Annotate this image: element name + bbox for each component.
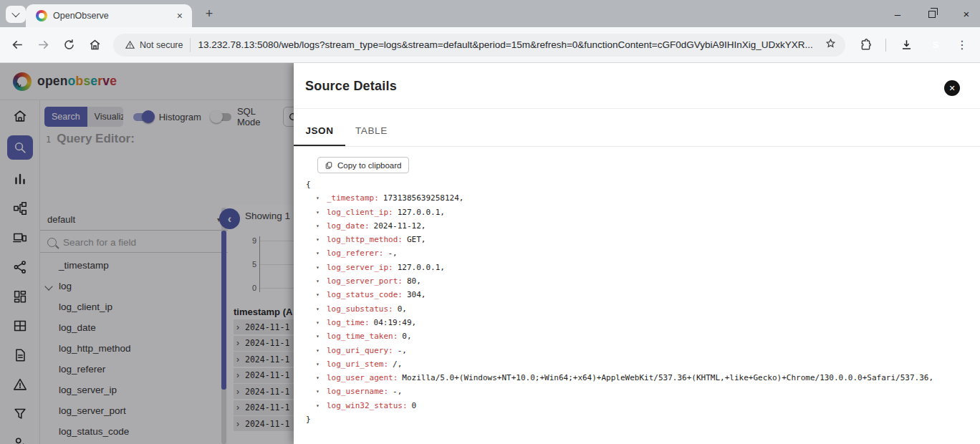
field-item-log_server_port[interactable]: log_server_port (40, 400, 228, 421)
field-search-box[interactable]: Search for a field (40, 232, 228, 253)
rail-search-icon[interactable] (7, 135, 33, 160)
not-secure-badge[interactable]: Not secure (122, 38, 191, 52)
rail-pipelines-icon[interactable] (7, 198, 33, 218)
tab-json[interactable]: JSON (294, 115, 345, 146)
field-list-scrollbar-thumb[interactable] (221, 231, 226, 390)
toggle-track (133, 113, 153, 121)
json-caret-icon[interactable]: ▾ (316, 246, 327, 260)
json-caret-icon[interactable]: ▾ (316, 399, 327, 412)
sql-mode-toggle[interactable] (211, 113, 231, 121)
json-value: -, (388, 246, 397, 260)
search-mode-button[interactable]: Search (44, 107, 87, 127)
expand-row-icon[interactable]: › (236, 322, 239, 332)
downloads-icon[interactable] (898, 37, 915, 54)
new-tab-button[interactable]: + (201, 6, 218, 22)
field-item-log_server_ip[interactable]: log_server_ip (40, 380, 228, 400)
expand-row-icon[interactable]: › (236, 370, 239, 380)
field-item-_timestamp[interactable]: _timestamp (40, 255, 228, 276)
json-value: 127.0.0.1, (398, 261, 445, 274)
rail-traces-icon[interactable] (7, 257, 33, 277)
row-timestamp: 2024-11-1 (245, 387, 289, 397)
histogram-toggle[interactable] (133, 113, 153, 121)
back-button[interactable] (9, 37, 26, 54)
rail-rum-icon[interactable] (7, 228, 33, 248)
copy-to-clipboard-button[interactable]: Copy to clipboard (317, 157, 409, 173)
tab-close-icon[interactable]: × (175, 10, 185, 21)
expand-row-icon[interactable]: › (236, 354, 239, 365)
json-caret-icon[interactable]: ▾ (316, 385, 327, 398)
y-tick: 5 (231, 260, 256, 269)
json-caret-icon[interactable]: ▾ (316, 191, 327, 205)
expand-row-icon[interactable]: › (236, 387, 239, 397)
window-close-button[interactable]: × (960, 8, 973, 20)
rail-alerts-icon[interactable] (7, 375, 33, 395)
rail-reports-icon[interactable] (7, 345, 33, 365)
json-caret-icon[interactable]: ▾ (316, 371, 327, 385)
json-key: log_status_code: (327, 288, 403, 301)
field-list-scrollbar-track[interactable] (221, 208, 226, 444)
json-entry-log_time_taken: ▾log_time_taken:0, (306, 329, 972, 343)
restore-button[interactable] (926, 8, 938, 20)
home-button[interactable] (86, 37, 103, 54)
json-caret-icon[interactable]: ▾ (316, 302, 327, 316)
visualize-mode-button[interactable]: Visualize (87, 107, 123, 127)
address-bar[interactable]: Not secure 13.232.78.13:5080/web/logs?st… (113, 34, 845, 57)
rail-home-icon[interactable] (7, 106, 33, 126)
bookmark-star-icon[interactable] (825, 37, 837, 52)
json-value: 2024-11-12, (374, 219, 426, 233)
collapse-panel-button[interactable]: ‹ (219, 208, 240, 229)
rail-functions-icon[interactable] (7, 404, 33, 424)
panel-close-button[interactable]: ✕ (944, 80, 960, 96)
browser-tab[interactable]: OpenObserve × (26, 4, 192, 27)
rail-iam-icon[interactable] (7, 433, 33, 444)
json-value: 304, (407, 288, 426, 301)
field-item-log_status_code[interactable]: log_status_code (40, 421, 228, 442)
expand-row-icon[interactable]: › (236, 402, 239, 412)
tab-search-button[interactable] (6, 6, 26, 23)
json-caret-icon[interactable]: ▾ (316, 233, 327, 246)
json-caret-icon[interactable]: ▾ (316, 344, 327, 357)
query-editor-line[interactable]: 1 Query Editor: (46, 132, 135, 146)
json-caret-icon[interactable]: ▾ (316, 329, 327, 343)
mode-segmented-control: Search Visualize (44, 107, 123, 127)
chevron-down-icon[interactable] (44, 282, 52, 290)
logs-content: Search Visualize Histogram SQL Mode 1 Qu… (40, 100, 294, 444)
json-caret-icon[interactable]: ▾ (316, 219, 327, 233)
reload-button[interactable] (60, 37, 77, 54)
rail-streams-icon[interactable] (7, 316, 33, 336)
json-caret-icon[interactable]: ▾ (316, 316, 327, 329)
field-item-log[interactable]: log (40, 276, 228, 296)
results-area: Showing 1 9 5 0 timestamp (A ›2024-11-1›… (228, 205, 294, 444)
stream-select[interactable]: default ▾ (40, 209, 228, 231)
json-entry-log_client_ip: ▾log_client_ip:127.0.0.1, (306, 206, 972, 219)
field-search-placeholder: Search for a field (63, 237, 136, 248)
json-value: 0, (398, 302, 407, 316)
json-close-brace: } (306, 412, 972, 426)
chevron-down-icon (11, 9, 19, 17)
json-caret-icon[interactable]: ▾ (316, 357, 327, 371)
json-entry-log_time: ▾log_time:04:19:49, (306, 316, 972, 329)
json-caret-icon[interactable]: ▾ (316, 274, 327, 288)
browser-menu-icon[interactable]: ⋮ (956, 38, 968, 52)
search-icon (47, 238, 57, 247)
window-controls: – × (891, 0, 973, 27)
rail-dashboards-icon[interactable] (7, 286, 33, 307)
rail-metrics-icon[interactable] (7, 169, 33, 189)
profile-avatar[interactable]: S (926, 36, 945, 54)
field-item-log_date[interactable]: log_date (40, 317, 228, 338)
field-item-log_http_method[interactable]: log_http_method (40, 338, 228, 359)
minimize-button[interactable]: – (891, 8, 904, 20)
field-item-log_referer[interactable]: log_referer (40, 359, 228, 380)
forward-button[interactable] (34, 37, 52, 54)
panel-divider (294, 108, 980, 109)
expand-row-icon[interactable]: › (236, 338, 239, 348)
json-caret-icon[interactable]: ▾ (316, 261, 327, 274)
field-item-log_client_ip[interactable]: log_client_ip (40, 296, 228, 317)
json-caret-icon[interactable]: ▾ (316, 206, 327, 219)
json-entry-log_status_code: ▾log_status_code:304, (306, 288, 972, 301)
extensions-icon[interactable] (857, 37, 874, 54)
tab-table[interactable]: TABLE (345, 115, 398, 146)
json-caret-icon[interactable]: ▾ (316, 288, 327, 301)
url-text[interactable]: 13.232.78.13:5080/web/logs?stream_type=l… (198, 39, 819, 50)
expand-row-icon[interactable]: › (236, 419, 239, 429)
